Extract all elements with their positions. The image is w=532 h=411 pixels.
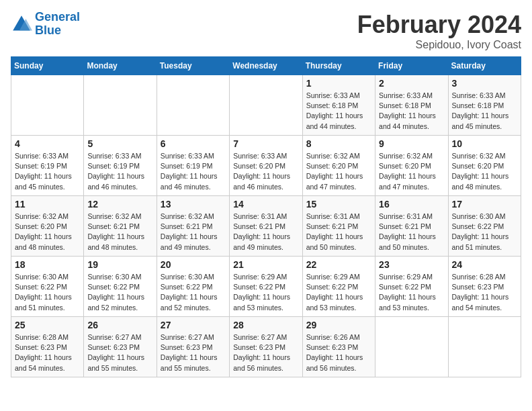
day-number: 21 (233, 259, 298, 270)
day-cell: 21Sunrise: 6:29 AMSunset: 6:22 PMDayligh… (230, 257, 302, 317)
day-cell: 9Sunrise: 6:32 AMSunset: 6:20 PMDaylight… (375, 136, 448, 196)
day-number: 29 (306, 320, 371, 330)
logo: General Blue (11, 11, 80, 38)
day-number: 5 (87, 138, 152, 149)
logo-icon (11, 13, 32, 35)
day-info: Sunrise: 6:30 AMSunset: 6:22 PMDaylight:… (87, 272, 152, 313)
day-number: 4 (15, 138, 80, 149)
col-header-friday: Friday (375, 57, 448, 75)
day-cell: 7Sunrise: 6:33 AMSunset: 6:20 PMDaylight… (230, 136, 302, 196)
day-info: Sunrise: 6:33 AMSunset: 6:20 PMDaylight:… (233, 151, 298, 192)
day-info: Sunrise: 6:33 AMSunset: 6:19 PMDaylight:… (87, 151, 152, 192)
day-cell: 22Sunrise: 6:29 AMSunset: 6:22 PMDayligh… (302, 257, 375, 317)
day-info: Sunrise: 6:33 AMSunset: 6:18 PMDaylight:… (306, 91, 371, 132)
day-cell: 2Sunrise: 6:33 AMSunset: 6:18 PMDaylight… (375, 75, 448, 136)
title-area: February 2024 Sepidouo, Ivory Coast (357, 11, 521, 51)
day-info: Sunrise: 6:30 AMSunset: 6:22 PMDaylight:… (161, 272, 226, 313)
col-header-sunday: Sunday (11, 57, 84, 75)
day-number: 13 (161, 199, 226, 210)
day-info: Sunrise: 6:26 AMSunset: 6:23 PMDaylight:… (306, 332, 371, 373)
day-number: 6 (161, 138, 226, 149)
day-number: 3 (452, 78, 517, 89)
col-header-monday: Monday (84, 57, 157, 75)
day-cell (375, 317, 448, 377)
day-cell: 18Sunrise: 6:30 AMSunset: 6:22 PMDayligh… (11, 257, 84, 317)
day-cell: 24Sunrise: 6:28 AMSunset: 6:23 PMDayligh… (448, 257, 521, 317)
day-cell: 23Sunrise: 6:29 AMSunset: 6:22 PMDayligh… (375, 257, 448, 317)
day-number: 25 (15, 320, 80, 330)
day-cell: 1Sunrise: 6:33 AMSunset: 6:18 PMDaylight… (302, 75, 375, 136)
day-info: Sunrise: 6:32 AMSunset: 6:20 PMDaylight:… (306, 151, 371, 192)
day-number: 18 (15, 259, 80, 270)
calendar-header-row: SundayMondayTuesdayWednesdayThursdayFrid… (11, 57, 521, 75)
day-cell: 27Sunrise: 6:27 AMSunset: 6:23 PMDayligh… (157, 317, 229, 377)
day-info: Sunrise: 6:29 AMSunset: 6:22 PMDaylight:… (379, 272, 444, 313)
day-number: 24 (452, 259, 517, 270)
day-info: Sunrise: 6:31 AMSunset: 6:21 PMDaylight:… (233, 212, 298, 253)
location-title: Sepidouo, Ivory Coast (357, 39, 521, 51)
page-header: General Blue February 2024 Sepidouo, Ivo… (11, 11, 521, 51)
day-cell: 17Sunrise: 6:30 AMSunset: 6:22 PMDayligh… (448, 196, 521, 257)
day-cell: 19Sunrise: 6:30 AMSunset: 6:22 PMDayligh… (84, 257, 157, 317)
day-number: 28 (233, 320, 298, 330)
day-info: Sunrise: 6:28 AMSunset: 6:23 PMDaylight:… (452, 272, 517, 313)
day-info: Sunrise: 6:32 AMSunset: 6:21 PMDaylight:… (161, 212, 226, 253)
day-info: Sunrise: 6:31 AMSunset: 6:21 PMDaylight:… (379, 212, 444, 253)
col-header-wednesday: Wednesday (230, 57, 302, 75)
day-number: 19 (87, 259, 152, 270)
day-cell: 6Sunrise: 6:33 AMSunset: 6:19 PMDaylight… (157, 136, 229, 196)
day-cell (84, 75, 157, 136)
day-cell: 5Sunrise: 6:33 AMSunset: 6:19 PMDaylight… (84, 136, 157, 196)
day-info: Sunrise: 6:33 AMSunset: 6:18 PMDaylight:… (379, 91, 444, 132)
col-header-saturday: Saturday (448, 57, 521, 75)
week-row-2: 4Sunrise: 6:33 AMSunset: 6:19 PMDaylight… (11, 136, 521, 196)
day-cell: 11Sunrise: 6:32 AMSunset: 6:20 PMDayligh… (11, 196, 84, 257)
day-cell: 20Sunrise: 6:30 AMSunset: 6:22 PMDayligh… (157, 257, 229, 317)
day-number: 26 (87, 320, 152, 330)
day-number: 27 (161, 320, 226, 330)
day-cell: 25Sunrise: 6:28 AMSunset: 6:23 PMDayligh… (11, 317, 84, 377)
day-info: Sunrise: 6:27 AMSunset: 6:23 PMDaylight:… (161, 332, 226, 373)
day-cell: 16Sunrise: 6:31 AMSunset: 6:21 PMDayligh… (375, 196, 448, 257)
day-number: 7 (233, 138, 298, 149)
day-info: Sunrise: 6:27 AMSunset: 6:23 PMDaylight:… (87, 332, 152, 373)
day-cell: 15Sunrise: 6:31 AMSunset: 6:21 PMDayligh… (302, 196, 375, 257)
day-number: 14 (233, 199, 298, 210)
day-number: 10 (452, 138, 517, 149)
day-info: Sunrise: 6:30 AMSunset: 6:22 PMDaylight:… (452, 212, 517, 253)
day-info: Sunrise: 6:29 AMSunset: 6:22 PMDaylight:… (306, 272, 371, 313)
day-cell: 12Sunrise: 6:32 AMSunset: 6:21 PMDayligh… (84, 196, 157, 257)
col-header-tuesday: Tuesday (157, 57, 229, 75)
week-row-3: 11Sunrise: 6:32 AMSunset: 6:20 PMDayligh… (11, 196, 521, 257)
calendar-table: SundayMondayTuesdayWednesdayThursdayFrid… (11, 56, 521, 377)
day-cell: 28Sunrise: 6:27 AMSunset: 6:23 PMDayligh… (230, 317, 302, 377)
day-number: 2 (379, 78, 444, 89)
logo-text: General Blue (35, 11, 80, 38)
day-cell: 3Sunrise: 6:33 AMSunset: 6:18 PMDaylight… (448, 75, 521, 136)
day-cell (11, 75, 84, 136)
day-info: Sunrise: 6:32 AMSunset: 6:21 PMDaylight:… (87, 212, 152, 253)
day-info: Sunrise: 6:29 AMSunset: 6:22 PMDaylight:… (233, 272, 298, 313)
day-cell: 10Sunrise: 6:32 AMSunset: 6:20 PMDayligh… (448, 136, 521, 196)
day-number: 20 (161, 259, 226, 270)
day-cell: 4Sunrise: 6:33 AMSunset: 6:19 PMDaylight… (11, 136, 84, 196)
week-row-5: 25Sunrise: 6:28 AMSunset: 6:23 PMDayligh… (11, 317, 521, 377)
day-cell: 29Sunrise: 6:26 AMSunset: 6:23 PMDayligh… (302, 317, 375, 377)
day-info: Sunrise: 6:33 AMSunset: 6:19 PMDaylight:… (15, 151, 80, 192)
day-number: 16 (379, 199, 444, 210)
week-row-4: 18Sunrise: 6:30 AMSunset: 6:22 PMDayligh… (11, 257, 521, 317)
month-title: February 2024 (357, 11, 521, 39)
day-number: 17 (452, 199, 517, 210)
week-row-1: 1Sunrise: 6:33 AMSunset: 6:18 PMDaylight… (11, 75, 521, 136)
day-info: Sunrise: 6:32 AMSunset: 6:20 PMDaylight:… (379, 151, 444, 192)
day-number: 22 (306, 259, 371, 270)
day-number: 15 (306, 199, 371, 210)
day-info: Sunrise: 6:32 AMSunset: 6:20 PMDaylight:… (452, 151, 517, 192)
day-info: Sunrise: 6:27 AMSunset: 6:23 PMDaylight:… (233, 332, 298, 373)
day-cell: 8Sunrise: 6:32 AMSunset: 6:20 PMDaylight… (302, 136, 375, 196)
day-cell: 13Sunrise: 6:32 AMSunset: 6:21 PMDayligh… (157, 196, 229, 257)
day-number: 9 (379, 138, 444, 149)
day-number: 12 (87, 199, 152, 210)
day-cell: 14Sunrise: 6:31 AMSunset: 6:21 PMDayligh… (230, 196, 302, 257)
day-info: Sunrise: 6:32 AMSunset: 6:20 PMDaylight:… (15, 212, 80, 253)
